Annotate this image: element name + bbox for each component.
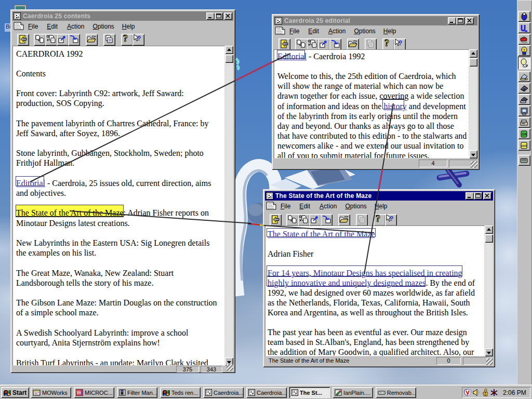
svg-text:?: ? [523, 48, 525, 53]
svg-text:?: ? [390, 215, 393, 222]
svg-text:?: ? [376, 214, 380, 223]
svg-text:?: ? [137, 35, 141, 42]
svg-text:ON: ON [522, 132, 527, 136]
svg-text:?: ? [123, 34, 128, 43]
svg-text:OFF: OFF [521, 144, 527, 148]
svg-text:?: ? [384, 38, 389, 47]
svg-text:?: ? [398, 39, 402, 47]
